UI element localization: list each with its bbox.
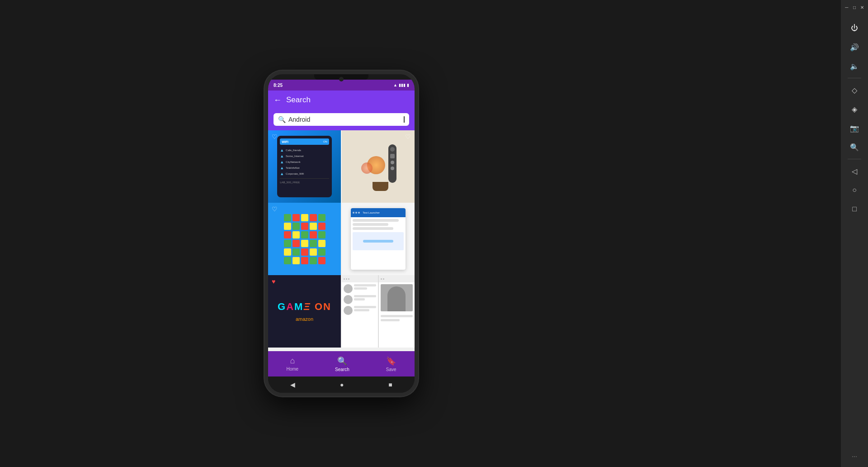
grid-cell-social[interactable] bbox=[342, 275, 415, 348]
signal-icon: ▮▮▮ bbox=[399, 83, 406, 87]
puzzle-cell bbox=[301, 223, 308, 230]
puzzle-cell bbox=[284, 231, 291, 238]
puzzle-cell bbox=[318, 223, 326, 230]
heart-icon-4[interactable]: ♡ bbox=[405, 205, 411, 213]
pen-tool[interactable]: ◈ bbox=[845, 100, 863, 118]
puzzle-cell bbox=[318, 257, 326, 264]
nav-save[interactable]: 🔖 Save bbox=[386, 356, 396, 372]
social-line bbox=[354, 306, 376, 308]
avatar-row bbox=[344, 295, 376, 304]
social-line bbox=[354, 298, 365, 300]
game-text-a: A bbox=[286, 301, 294, 312]
puzzle-cell bbox=[292, 257, 300, 264]
maximize-button[interactable]: □ bbox=[850, 0, 858, 14]
back-tool[interactable]: ◁ bbox=[845, 162, 863, 180]
wifi-row-3: ▲ CityNetwork bbox=[280, 160, 329, 164]
square-tool[interactable]: □ bbox=[845, 200, 863, 218]
puzzle-cell bbox=[292, 240, 300, 247]
social-mini-header-2 bbox=[379, 275, 415, 282]
battery-icon: ▮ bbox=[407, 83, 409, 87]
mini-dot bbox=[348, 278, 349, 280]
volume-down-tool[interactable]: 🔈 bbox=[845, 57, 863, 75]
puzzle-cell bbox=[310, 214, 317, 221]
back-button[interactable]: ← bbox=[274, 95, 282, 105]
wifi-icon: ▲ bbox=[393, 83, 397, 87]
wifi-row-1: ▲ Cafe_friends bbox=[280, 148, 329, 152]
more-tools[interactable]: ··· bbox=[852, 453, 857, 460]
social-line bbox=[354, 309, 369, 311]
amazon-logo: amazon bbox=[296, 316, 313, 322]
puzzle-cell bbox=[318, 214, 326, 221]
app-dot bbox=[353, 212, 354, 214]
recent-system-button[interactable]: ■ bbox=[388, 381, 392, 388]
puzzle-cell bbox=[292, 214, 300, 221]
app-line bbox=[353, 223, 388, 226]
puzzle-cell bbox=[301, 240, 308, 247]
puzzle-cell bbox=[284, 214, 291, 221]
social-mini-body bbox=[342, 282, 378, 317]
search-label: Search bbox=[335, 367, 349, 372]
heart-icon-5[interactable]: ♥ bbox=[272, 278, 275, 285]
grid-cell-game[interactable]: ♥ GAMΞ ON amazon bbox=[268, 275, 341, 348]
close-button[interactable]: ✕ bbox=[859, 0, 866, 14]
grid-cell-wifi[interactable]: ♡ WIFI ON ▲ Cafe_friends ▲ Some_Internet bbox=[268, 130, 341, 203]
panel-divider-2 bbox=[848, 159, 861, 159]
mini-dot bbox=[381, 278, 382, 280]
heart-icon-2[interactable]: ♡ bbox=[405, 133, 411, 140]
puzzle-cell bbox=[318, 231, 326, 238]
game-text-m: M bbox=[294, 301, 303, 312]
puzzle-cell bbox=[284, 248, 291, 256]
social-line bbox=[381, 319, 400, 321]
social-mini-body-2 bbox=[379, 282, 415, 323]
puzzle-cell bbox=[284, 223, 291, 230]
camera-tool[interactable]: 📷 bbox=[845, 119, 863, 137]
mini-dot bbox=[346, 278, 347, 280]
avatar-3 bbox=[344, 306, 353, 315]
heart-icon-1[interactable]: ♡ bbox=[272, 133, 278, 140]
save-label: Save bbox=[386, 367, 396, 372]
grid-row-3: ♥ GAMΞ ON amazon bbox=[268, 275, 415, 348]
remote-device bbox=[360, 142, 396, 183]
mini-dot bbox=[383, 278, 384, 280]
zoom-tool[interactable]: 🔍 bbox=[845, 138, 863, 156]
wifi-row-5: ▲ Corporate_Wifi bbox=[280, 172, 329, 176]
puzzle-cell bbox=[310, 240, 317, 247]
wifi-row-4: ▲ TeleInfoNet bbox=[280, 166, 329, 170]
circle-tool[interactable]: ○ bbox=[845, 181, 863, 199]
puzzle-cell bbox=[310, 257, 317, 264]
grid-cell-remote[interactable]: ♡ bbox=[342, 130, 415, 203]
grid-row-2: ♡ bbox=[268, 203, 415, 275]
grid-cell-puzzle[interactable]: ♡ bbox=[268, 203, 341, 275]
puzzle-cell bbox=[301, 214, 308, 221]
avatar-row bbox=[344, 284, 376, 293]
eraser-tool[interactable]: ◇ bbox=[845, 81, 863, 99]
nav-home[interactable]: ⌂ Home bbox=[286, 356, 298, 372]
right-panel: ⏻ 🔊 🔈 ◇ ◈ 📷 🔍 ◁ ○ □ ··· bbox=[841, 0, 868, 467]
game-text-e: Ξ bbox=[303, 301, 311, 312]
home-system-button[interactable]: ● bbox=[340, 381, 344, 388]
search-input[interactable]: Android bbox=[288, 116, 401, 123]
puzzle-cell bbox=[310, 223, 317, 230]
search-box[interactable]: 🔍 Android bbox=[274, 113, 409, 126]
home-icon: ⌂ bbox=[290, 356, 295, 366]
grid-cell-app[interactable]: ♡ Test Launcher bbox=[342, 203, 415, 275]
page-title: Search bbox=[286, 95, 311, 105]
nav-search[interactable]: 🔍 Search bbox=[335, 356, 349, 372]
volume-up-tool[interactable]: 🔊 bbox=[845, 38, 863, 56]
content-area: ♡ WIFI ON ▲ Cafe_friends ▲ Some_Internet bbox=[268, 130, 415, 351]
minimize-button[interactable]: ─ bbox=[843, 0, 850, 14]
heart-icon-3[interactable]: ♡ bbox=[272, 205, 278, 213]
avatar-1 bbox=[344, 284, 353, 293]
puzzle-cell bbox=[284, 257, 291, 264]
app-line bbox=[353, 227, 393, 230]
status-icons: ▲ ▮▮▮ ▮ bbox=[393, 83, 409, 87]
phone-wrapper: 8:25 ▲ ▮▮▮ ▮ ← Search 🔍 Android bbox=[240, 0, 443, 467]
puzzle-cell bbox=[284, 240, 291, 247]
power-tool[interactable]: ⏻ bbox=[845, 19, 863, 37]
avatar-2 bbox=[344, 295, 353, 304]
social-line bbox=[354, 295, 376, 297]
puzzle-cell bbox=[292, 248, 300, 256]
back-system-button[interactable]: ◀ bbox=[290, 381, 295, 388]
puzzle-cell bbox=[301, 248, 308, 256]
social-mini-header bbox=[342, 275, 378, 282]
